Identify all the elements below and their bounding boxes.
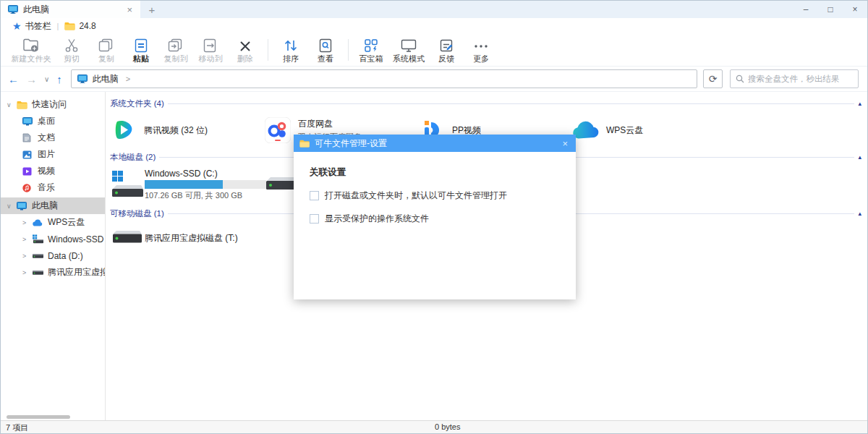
more-icon bbox=[473, 37, 489, 53]
delete-button[interactable]: 删除 bbox=[228, 35, 263, 65]
copy-button[interactable]: 复制 bbox=[89, 35, 124, 65]
drive-item-c[interactable]: Windows-SSD (C:) 107.26 GB 可用, 共 300 GB bbox=[110, 167, 264, 202]
status-selection-size: 0 bytes bbox=[435, 422, 460, 431]
scissors-icon bbox=[64, 37, 79, 53]
status-item-count: 7 项目 bbox=[6, 422, 28, 433]
monitor-icon bbox=[8, 5, 18, 14]
sidebar-item-music[interactable]: 音乐 bbox=[1, 179, 105, 196]
paste-button[interactable]: 粘贴 bbox=[124, 35, 158, 65]
chevron-down-icon[interactable]: ∨ bbox=[7, 203, 17, 210]
document-icon bbox=[22, 133, 33, 143]
bookmark-item[interactable]: 24.8 bbox=[79, 21, 95, 31]
sidebar-horizontal-scrollbar[interactable] bbox=[7, 415, 70, 419]
close-button[interactable]: × bbox=[843, 1, 867, 18]
address-bar[interactable]: 此电脑 > bbox=[71, 69, 697, 88]
move-to-button[interactable]: 移动到 bbox=[193, 35, 228, 65]
section-divider bbox=[168, 103, 855, 104]
status-bar: 7 项目 0 bytes bbox=[1, 420, 867, 433]
sidebar-item-pictures[interactable]: 图片 bbox=[1, 146, 105, 163]
forward-button[interactable]: → bbox=[26, 73, 37, 85]
view-button[interactable]: 查看 bbox=[308, 35, 343, 65]
tab-this-pc[interactable]: 此电脑 × bbox=[1, 1, 140, 18]
delete-x-icon bbox=[239, 37, 252, 53]
chevron-right-icon[interactable]: > bbox=[22, 219, 33, 226]
desktop-icon bbox=[22, 116, 33, 127]
paste-icon bbox=[135, 37, 148, 53]
app-item-wps-cloud[interactable]: WPS云盘 bbox=[572, 114, 726, 147]
bookmark-separator: | bbox=[57, 22, 59, 30]
copy-to-icon bbox=[168, 37, 184, 53]
chevron-right-icon[interactable]: > bbox=[22, 236, 33, 243]
view-icon bbox=[318, 37, 333, 53]
more-button[interactable]: 更多 bbox=[464, 35, 498, 65]
tab-title: 此电脑 bbox=[23, 4, 124, 16]
copy-to-button[interactable]: 复制到 bbox=[158, 35, 193, 65]
baidu-netdisk-icon bbox=[264, 116, 292, 144]
sidebar-item-documents[interactable]: 文档 bbox=[1, 129, 105, 146]
checkbox[interactable] bbox=[310, 214, 319, 224]
dialog-close-icon[interactable]: × bbox=[560, 138, 570, 149]
toolbar-divider bbox=[268, 39, 268, 61]
sidebar-item-drive-d[interactable]: > Data (D:) bbox=[1, 247, 105, 264]
sidebar-item-desktop[interactable]: 桌面 bbox=[1, 113, 105, 129]
folder-icon bbox=[17, 100, 27, 110]
drive-icon bbox=[33, 268, 43, 278]
minimize-button[interactable]: – bbox=[793, 1, 818, 18]
refresh-button[interactable]: ⟳ bbox=[703, 69, 723, 88]
nav-buttons: ← → ∨ ↑ bbox=[8, 73, 62, 85]
address-row: ← → ∨ ↑ 此电脑 > ⟳ bbox=[1, 67, 867, 92]
sidebar-item-wps-cloud[interactable]: > WPS云盘 bbox=[1, 214, 105, 231]
collapse-arrow-icon[interactable]: ▴ bbox=[858, 210, 861, 217]
drive-icon bbox=[110, 230, 145, 246]
tab-close-icon[interactable]: × bbox=[124, 4, 135, 15]
sidebar-item-drive-c[interactable]: > Windows-SSD (C:) bbox=[1, 231, 105, 247]
system-mode-icon bbox=[401, 37, 417, 53]
chevron-right-icon[interactable]: > bbox=[22, 252, 33, 260]
star-icon[interactable]: ★ bbox=[12, 21, 22, 31]
collapse-arrow-icon[interactable]: ▴ bbox=[858, 101, 861, 107]
cloud-icon bbox=[33, 218, 43, 228]
sidebar-item-this-pc[interactable]: ∨ 此电脑 bbox=[1, 197, 105, 214]
drive-item-t[interactable]: 腾讯应用宝虚拟磁盘 (T:) bbox=[110, 225, 238, 251]
toolbar: 新建文件夹 剪切 复制 粘贴 复制到 移动到 删除 排序 bbox=[1, 34, 867, 67]
breadcrumb-chevron[interactable]: > bbox=[126, 75, 130, 83]
window-controls: – □ × bbox=[793, 1, 867, 18]
new-tab-button[interactable]: + bbox=[140, 1, 163, 18]
maximize-button[interactable]: □ bbox=[818, 1, 843, 18]
search-input[interactable] bbox=[748, 75, 853, 83]
tab-bar: 此电脑 × + – □ × bbox=[1, 1, 867, 18]
collapse-arrow-icon[interactable]: ▴ bbox=[858, 154, 861, 161]
breadcrumb-location[interactable]: 此电脑 bbox=[93, 73, 119, 85]
tencent-video-icon bbox=[110, 116, 137, 144]
sidebar-item-videos[interactable]: 视频 bbox=[1, 163, 105, 179]
windows-drive-icon bbox=[33, 234, 43, 244]
sort-button[interactable]: 排序 bbox=[273, 35, 308, 65]
option-show-protected[interactable]: 显示受保护的操作系统文件 bbox=[310, 213, 560, 225]
checkbox[interactable] bbox=[310, 191, 319, 200]
feedback-button[interactable]: 反馈 bbox=[429, 35, 464, 65]
up-button[interactable]: ↑ bbox=[56, 73, 62, 85]
settings-dialog: 可牛文件管理-设置 × 关联设置 打开磁盘或文件夹时，默认以可牛文件管理打开 显… bbox=[294, 135, 576, 299]
option-default-open[interactable]: 打开磁盘或文件夹时，默认以可牛文件管理打开 bbox=[310, 190, 560, 202]
drive-icon bbox=[33, 251, 43, 261]
wps-cloud-icon bbox=[572, 116, 600, 144]
picture-icon bbox=[22, 150, 33, 160]
history-dropdown-icon[interactable]: ∨ bbox=[44, 75, 49, 83]
new-folder-button[interactable]: 新建文件夹 bbox=[8, 35, 54, 65]
video-icon bbox=[22, 166, 33, 176]
app-item-tencent-video[interactable]: 腾讯视频 (32 位) bbox=[110, 114, 264, 147]
back-button[interactable]: ← bbox=[8, 73, 19, 85]
chevron-right-icon[interactable]: > bbox=[22, 269, 33, 276]
bookmark-bar-label[interactable]: 书签栏 bbox=[25, 20, 51, 33]
new-folder-icon bbox=[22, 37, 40, 53]
sidebar-item-quick-access[interactable]: ∨ 快速访问 bbox=[1, 96, 105, 113]
toolbox-button[interactable]: 百宝箱 bbox=[354, 35, 388, 65]
system-mode-button[interactable]: 系统模式 bbox=[388, 35, 429, 65]
monitor-icon bbox=[77, 75, 88, 83]
chevron-down-icon[interactable]: ∨ bbox=[7, 101, 17, 109]
dialog-titlebar[interactable]: 可牛文件管理-设置 × bbox=[294, 135, 576, 152]
windows-drive-icon bbox=[110, 167, 145, 202]
sidebar-item-drive-t[interactable]: > 腾讯应用宝虚拟磁盘 (T:) bbox=[1, 264, 105, 281]
search-box[interactable] bbox=[730, 69, 859, 88]
cut-button[interactable]: 剪切 bbox=[54, 35, 89, 65]
